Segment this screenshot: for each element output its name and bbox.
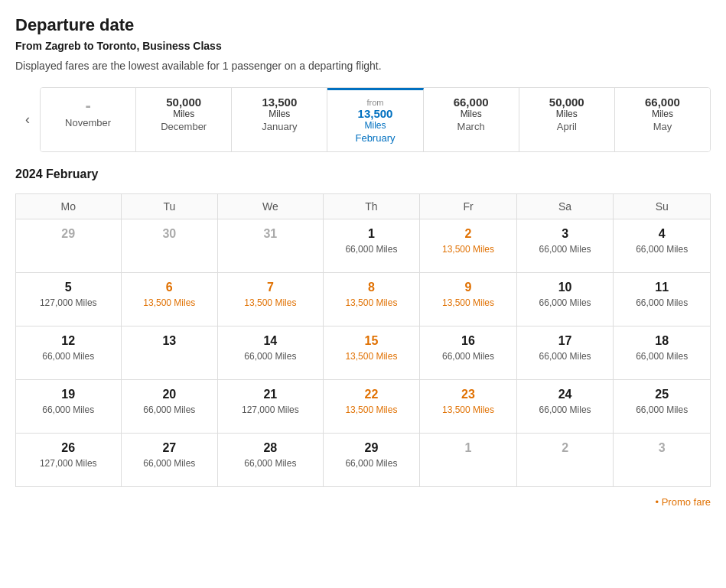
day-number: 1 <box>423 441 513 455</box>
month-item-january[interactable]: 13,500MilesJanuary <box>232 88 327 151</box>
calendar-cell[interactable]: 1466,000 Miles <box>218 326 324 380</box>
day-number: 3 <box>617 441 707 455</box>
weekday-header-sa: Sa <box>516 194 614 219</box>
month-navigation: ‹ -November50,000MilesDecember13,500Mile… <box>15 87 711 152</box>
calendar-row: 26127,000 Miles2766,000 Miles2866,000 Mi… <box>16 434 711 487</box>
day-number: 2 <box>423 227 513 241</box>
weekday-header-mo: Mo <box>16 194 122 219</box>
calendar-cell[interactable]: 5127,000 Miles <box>16 273 122 326</box>
calendar-cell[interactable]: 2213,500 Miles <box>323 380 420 434</box>
calendar-cell: 31 <box>218 219 324 273</box>
day-number: 2 <box>520 441 610 455</box>
day-miles: 66,000 Miles <box>520 297 610 308</box>
month-item-november[interactable]: -November <box>41 88 136 151</box>
day-miles: 66,000 Miles <box>520 351 610 362</box>
day-miles: 13,500 Miles <box>423 244 513 255</box>
day-number: 5 <box>19 281 118 294</box>
month-item-february[interactable]: from13,500MilesFebruary <box>327 88 423 151</box>
day-number: 25 <box>617 388 707 401</box>
calendar-cell[interactable]: 2066,000 Miles <box>121 380 218 434</box>
calendar-cell[interactable]: 2566,000 Miles <box>614 380 711 434</box>
month-item-april[interactable]: 50,000MilesApril <box>519 88 615 151</box>
calendar-cell[interactable]: 1866,000 Miles <box>614 326 711 380</box>
day-miles: 13,500 Miles <box>221 297 320 308</box>
calendar-cell: 30 <box>121 219 218 273</box>
calendar-cell[interactable]: 26127,000 Miles <box>16 434 122 487</box>
day-number: 21 <box>221 388 320 401</box>
calendar-cell[interactable]: 2866,000 Miles <box>218 434 324 487</box>
calendar-cell[interactable]: 166,000 Miles <box>323 219 420 273</box>
day-number: 7 <box>221 281 320 294</box>
day-miles: 13,500 Miles <box>125 297 215 308</box>
calendar-cell[interactable]: 466,000 Miles <box>614 219 711 273</box>
calendar-cell[interactable]: 1066,000 Miles <box>516 273 614 326</box>
weekday-header-fr: Fr <box>420 194 517 219</box>
month-item-december[interactable]: 50,000MilesDecember <box>136 88 232 151</box>
day-number: 10 <box>520 281 610 294</box>
calendar-cell: 13 <box>121 326 218 380</box>
calendar-cell: 29 <box>16 219 122 273</box>
day-miles: 13,500 Miles <box>327 351 417 362</box>
day-number: 29 <box>327 441 417 455</box>
day-miles: 66,000 Miles <box>221 458 320 469</box>
calendar-cell[interactable]: 713,500 Miles <box>218 273 324 326</box>
calendar-cell: 1 <box>420 434 517 487</box>
calendar-cell[interactable]: 213,500 Miles <box>420 219 517 273</box>
calendar-row: 5127,000 Miles613,500 Miles713,500 Miles… <box>16 273 711 326</box>
calendar-cell[interactable]: 1513,500 Miles <box>323 326 420 380</box>
calendar-cell: 3 <box>614 434 711 487</box>
calendar-cell[interactable]: 613,500 Miles <box>121 273 218 326</box>
day-miles: 66,000 Miles <box>125 458 215 469</box>
calendar-cell: 2 <box>516 434 614 487</box>
day-miles: 66,000 Miles <box>327 458 417 469</box>
day-miles: 127,000 Miles <box>221 404 320 415</box>
calendar-cell[interactable]: 913,500 Miles <box>420 273 517 326</box>
day-miles: 66,000 Miles <box>617 297 707 308</box>
day-miles: 66,000 Miles <box>19 404 118 415</box>
calendar-cell[interactable]: 813,500 Miles <box>323 273 420 326</box>
calendar-cell[interactable]: 2766,000 Miles <box>121 434 218 487</box>
calendar-cell[interactable]: 2966,000 Miles <box>323 434 420 487</box>
day-number: 13 <box>125 334 215 348</box>
day-miles: 13,500 Miles <box>327 297 417 308</box>
day-number: 16 <box>423 334 513 348</box>
prev-month-button[interactable]: ‹ <box>15 97 40 143</box>
calendar-cell[interactable]: 1166,000 Miles <box>614 273 711 326</box>
day-miles: 13,500 Miles <box>423 297 513 308</box>
day-miles: 66,000 Miles <box>520 404 610 415</box>
day-miles: 13,500 Miles <box>423 404 513 415</box>
page-subtitle: From Zagreb to Toronto, Business Class <box>15 40 711 52</box>
day-miles: 127,000 Miles <box>19 458 118 469</box>
calendar-cell[interactable]: 366,000 Miles <box>516 219 614 273</box>
day-miles: 13,500 Miles <box>327 404 417 415</box>
page-description: Displayed fares are the lowest available… <box>15 60 711 72</box>
month-item-may[interactable]: 66,000MilesMay <box>615 88 710 151</box>
calendar-cell[interactable]: 1266,000 Miles <box>16 326 122 380</box>
day-miles: 66,000 Miles <box>19 351 118 362</box>
calendar-cell[interactable]: 2313,500 Miles <box>420 380 517 434</box>
day-number: 3 <box>520 227 610 241</box>
day-number: 22 <box>327 388 417 401</box>
day-number: 6 <box>125 281 215 294</box>
calendar-cell[interactable]: 2466,000 Miles <box>516 380 614 434</box>
promo-note: • Promo fare <box>15 496 711 508</box>
day-number: 20 <box>125 388 215 401</box>
day-number: 31 <box>221 227 320 241</box>
day-miles: 66,000 Miles <box>617 404 707 415</box>
day-number: 28 <box>221 441 320 455</box>
month-item-march[interactable]: 66,000MilesMarch <box>424 88 519 151</box>
calendar-cell[interactable]: 21127,000 Miles <box>218 380 324 434</box>
day-number: 26 <box>19 441 118 455</box>
calendar-cell[interactable]: 1966,000 Miles <box>16 380 122 434</box>
day-number: 29 <box>19 227 118 241</box>
day-number: 14 <box>221 334 320 348</box>
calendar-row: 293031166,000 Miles213,500 Miles366,000 … <box>16 219 711 273</box>
calendar-row: 1966,000 Miles2066,000 Miles21127,000 Mi… <box>16 380 711 434</box>
weekday-header-we: We <box>218 194 324 219</box>
calendar-cell[interactable]: 1666,000 Miles <box>420 326 517 380</box>
page-title: Departure date <box>15 15 711 35</box>
day-number: 15 <box>327 334 417 348</box>
day-number: 24 <box>520 388 610 401</box>
day-miles: 66,000 Miles <box>221 351 320 362</box>
calendar-cell[interactable]: 1766,000 Miles <box>516 326 614 380</box>
